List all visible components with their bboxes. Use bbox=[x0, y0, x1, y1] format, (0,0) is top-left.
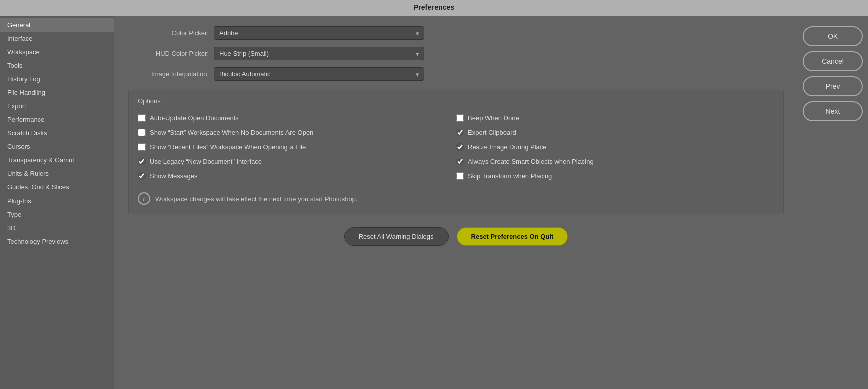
info-icon: i bbox=[138, 192, 150, 205]
checkbox-beep-when-done[interactable] bbox=[456, 114, 464, 122]
sidebar-item-technology-previews[interactable]: Technology Previews bbox=[0, 235, 114, 248]
sidebar-item-3d[interactable]: 3D bbox=[0, 221, 114, 235]
content-area: Color Picker: AdobeWindowsmacOS HUD Colo… bbox=[114, 16, 798, 389]
image-interpolation-select[interactable]: Bicubic AutomaticNearest NeighborBilinea… bbox=[214, 67, 424, 81]
ok-button[interactable]: OK bbox=[803, 26, 863, 46]
checkbox-label-always-create-smart-objects: Always Create Smart Objects when Placing bbox=[468, 158, 594, 165]
title-label: Preferences bbox=[414, 3, 454, 11]
sidebar-item-scratch-disks[interactable]: Scratch Disks bbox=[0, 126, 114, 140]
sidebar-item-type[interactable]: Type bbox=[0, 208, 114, 221]
info-text: Workspace changes will take effect the n… bbox=[155, 195, 357, 203]
sidebar-item-performance[interactable]: Performance bbox=[0, 113, 114, 126]
title-bar: Preferences bbox=[0, 0, 868, 16]
sidebar-item-interface[interactable]: Interface bbox=[0, 32, 114, 45]
checkbox-row-show-start-workspace: Show “Start” Workspace When No Documents… bbox=[138, 125, 456, 140]
sidebar-item-units-rulers[interactable]: Units & Rulers bbox=[0, 167, 114, 180]
sidebar-item-general[interactable]: General bbox=[0, 18, 114, 32]
checkbox-export-clipboard[interactable] bbox=[456, 129, 464, 136]
sidebar-item-transparency-gamut[interactable]: Transparency & Gamut bbox=[0, 153, 114, 167]
checkbox-row-auto-update: Auto-Update Open Documents bbox=[138, 111, 456, 125]
sidebar-item-export[interactable]: Export bbox=[0, 99, 114, 113]
cancel-button[interactable]: Cancel bbox=[803, 51, 863, 71]
checkbox-skip-transform-placing[interactable] bbox=[456, 172, 464, 180]
color-picker-select[interactable]: AdobeWindowsmacOS bbox=[214, 26, 424, 40]
sidebar-item-workspace[interactable]: Workspace bbox=[0, 45, 114, 59]
checkbox-show-recent-files[interactable] bbox=[138, 143, 146, 151]
checkbox-label-show-start-workspace: Show “Start” Workspace When No Documents… bbox=[150, 129, 313, 136]
bottom-buttons: Reset All Warning Dialogs Reset Preferen… bbox=[128, 224, 784, 246]
checkbox-show-messages[interactable] bbox=[138, 172, 146, 180]
checkbox-row-show-messages: Show Messages bbox=[138, 169, 456, 183]
checkbox-label-resize-image-during-place: Resize Image During Place bbox=[468, 143, 547, 151]
checkbox-row-export-clipboard: Export Clipboard bbox=[456, 125, 774, 140]
checkbox-row-always-create-smart-objects: Always Create Smart Objects when Placing bbox=[456, 154, 774, 169]
checkbox-use-legacy-new-doc[interactable] bbox=[138, 158, 146, 165]
checkbox-row-beep-when-done: Beep When Done bbox=[456, 111, 774, 125]
hud-color-picker-row: HUD Color Picker: Hue Strip (Small)Hue S… bbox=[128, 47, 784, 60]
hud-color-picker-label: HUD Color Picker: bbox=[128, 50, 209, 57]
image-interpolation-label: Image Interpolation: bbox=[128, 70, 209, 78]
image-interpolation-wrapper: Bicubic AutomaticNearest NeighborBilinea… bbox=[214, 67, 424, 81]
checkbox-row-skip-transform-placing: Skip Transform when Placing bbox=[456, 169, 774, 183]
checkbox-resize-image-during-place[interactable] bbox=[456, 143, 464, 151]
checkbox-row-show-recent-files: Show “Recent Files” Workspace When Openi… bbox=[138, 140, 456, 154]
checkbox-label-show-recent-files: Show “Recent Files” Workspace When Openi… bbox=[150, 143, 306, 151]
color-picker-row: Color Picker: AdobeWindowsmacOS bbox=[128, 26, 784, 40]
next-button[interactable]: Next bbox=[803, 101, 863, 121]
options-box: Options Auto-Update Open DocumentsBeep W… bbox=[128, 90, 784, 214]
right-buttons-panel: OK Cancel Prev Next bbox=[798, 16, 868, 389]
checkbox-always-create-smart-objects[interactable] bbox=[456, 158, 464, 165]
checkbox-row-use-legacy-new-doc: Use Legacy “New Document” Interface bbox=[138, 154, 456, 169]
hud-color-picker-wrapper: Hue Strip (Small)Hue Strip (Medium)Hue S… bbox=[214, 47, 424, 60]
sidebar-item-history-log[interactable]: History Log bbox=[0, 72, 114, 86]
image-interpolation-row: Image Interpolation: Bicubic AutomaticNe… bbox=[128, 67, 784, 81]
checkbox-label-skip-transform-placing: Skip Transform when Placing bbox=[468, 172, 552, 180]
reset-warning-button[interactable]: Reset All Warning Dialogs bbox=[344, 227, 449, 246]
checkbox-label-use-legacy-new-doc: Use Legacy “New Document” Interface bbox=[150, 158, 262, 165]
options-title: Options bbox=[138, 97, 774, 105]
checkbox-label-auto-update: Auto-Update Open Documents bbox=[150, 114, 239, 122]
sidebar: GeneralInterfaceWorkspaceToolsHistory Lo… bbox=[0, 16, 114, 389]
sidebar-item-cursors[interactable]: Cursors bbox=[0, 140, 114, 153]
checkbox-label-show-messages: Show Messages bbox=[150, 172, 197, 180]
info-row: i Workspace changes will take effect the… bbox=[138, 188, 774, 205]
sidebar-item-plug-ins[interactable]: Plug-Ins bbox=[0, 194, 114, 208]
reset-prefs-button[interactable]: Reset Preferences On Quit bbox=[457, 227, 568, 246]
color-picker-wrapper: AdobeWindowsmacOS bbox=[214, 26, 424, 40]
options-grid: Auto-Update Open DocumentsBeep When Done… bbox=[138, 111, 774, 183]
sidebar-item-file-handling[interactable]: File Handling bbox=[0, 86, 114, 99]
checkbox-label-export-clipboard: Export Clipboard bbox=[468, 129, 516, 136]
prev-button[interactable]: Prev bbox=[803, 76, 863, 96]
checkbox-label-beep-when-done: Beep When Done bbox=[468, 114, 519, 122]
hud-color-picker-select[interactable]: Hue Strip (Small)Hue Strip (Medium)Hue S… bbox=[214, 47, 424, 60]
checkbox-show-start-workspace[interactable] bbox=[138, 129, 146, 136]
color-picker-label: Color Picker: bbox=[128, 29, 209, 37]
sidebar-item-guides-grid-slices[interactable]: Guides, Grid & Slices bbox=[0, 180, 114, 194]
checkbox-auto-update[interactable] bbox=[138, 114, 146, 122]
sidebar-item-tools[interactable]: Tools bbox=[0, 59, 114, 72]
checkbox-row-resize-image-during-place: Resize Image During Place bbox=[456, 140, 774, 154]
